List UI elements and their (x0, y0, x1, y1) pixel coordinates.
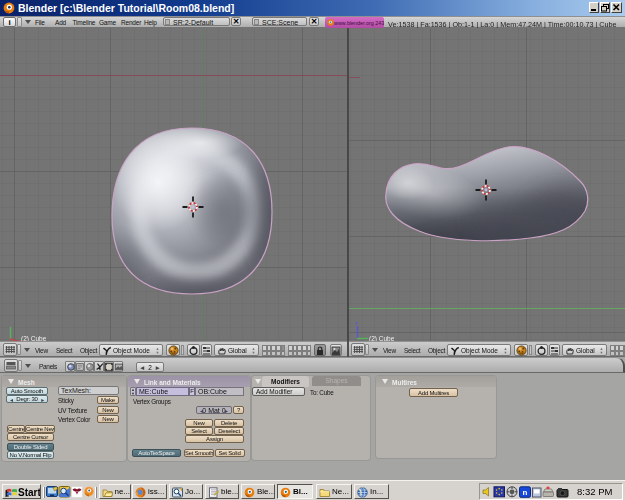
svg-text:z: z (355, 320, 358, 326)
svg-text:n: n (523, 488, 528, 497)
